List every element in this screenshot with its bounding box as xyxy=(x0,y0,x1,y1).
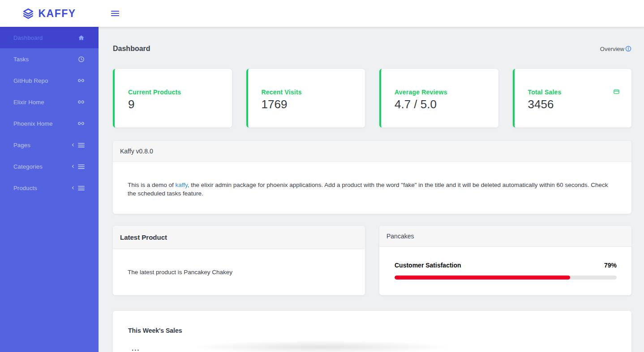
sidebar-item-label: Phoenix Home xyxy=(13,120,53,127)
demo-text-before: This is a demo of xyxy=(128,182,176,188)
kaffy-version-card: Kaffy v0.8.0 This is a demo of kaffy, th… xyxy=(113,141,631,214)
stat-card-recent-visits: Recent Visits 1769 xyxy=(246,69,365,127)
link-icon xyxy=(77,120,85,127)
stat-title: Average Reviews xyxy=(395,89,487,96)
kaffy-link[interactable]: kaffy xyxy=(176,182,188,188)
link-icon xyxy=(77,77,85,84)
chevron-left-icon[interactable] xyxy=(71,185,75,191)
sidebar-item-dashboard[interactable]: Dashboard xyxy=(0,27,99,48)
sidebar-item-label: Tasks xyxy=(13,56,29,63)
stats-row: Current Products 9 Recent Visits 1769 Av… xyxy=(113,69,631,127)
sidebar-item-label: Products xyxy=(13,185,37,191)
sidebar-item-label: Elixir Home xyxy=(13,99,44,106)
layers-icon xyxy=(22,8,34,19)
stat-title: Recent Visits xyxy=(262,89,354,96)
stat-value: 1769 xyxy=(262,98,354,111)
clock-icon xyxy=(78,56,85,63)
list-icon[interactable] xyxy=(78,142,85,148)
chart-clipped-marks: ... xyxy=(132,347,140,350)
sidebar-item-categories[interactable]: Categories xyxy=(0,156,99,177)
list-icon[interactable] xyxy=(78,185,85,191)
stat-title: Total Sales xyxy=(528,89,620,96)
sidebar-item-products[interactable]: Products xyxy=(0,177,99,199)
stat-card-total-sales: Total Sales 3456 xyxy=(513,69,632,127)
latest-product-card: Latest Product The latest product is Pan… xyxy=(113,226,365,295)
sales-card-title: This Week's Sales xyxy=(113,311,631,334)
demo-text-after: , the elixir admin package for phoenix a… xyxy=(128,182,608,197)
stat-card-average-reviews: Average Reviews 4.7 / 5.0 xyxy=(379,69,498,127)
stat-value: 3456 xyxy=(528,98,620,111)
sidebar-item-elixir-home[interactable]: Elixir Home xyxy=(0,91,99,113)
stat-value: 9 xyxy=(128,98,220,111)
stat-value: 4.7 / 5.0 xyxy=(395,98,487,111)
menu-toggle-icon[interactable] xyxy=(111,10,119,17)
sidebar-item-label: Pages xyxy=(13,142,30,148)
card-header: Kaffy v0.8.0 xyxy=(113,141,631,162)
pancakes-card: Pancakes Customer Satisfaction 79% xyxy=(379,226,631,295)
card-header: Pancakes xyxy=(379,226,631,247)
overview-label: Overview xyxy=(600,46,624,52)
sidebar-item-label: Categories xyxy=(13,163,43,170)
list-icon[interactable] xyxy=(78,164,85,170)
sidebar-item-phoenix-home[interactable]: Phoenix Home xyxy=(0,113,99,134)
sidebar-item-pages[interactable]: Pages xyxy=(0,134,99,156)
chart-shadow xyxy=(190,340,452,352)
main-content: Dashboard Overview Current Products 9 Re… xyxy=(99,27,644,352)
sidebar-item-github-repo[interactable]: GitHub Repo xyxy=(0,70,99,91)
credit-card-icon xyxy=(613,89,620,95)
link-icon xyxy=(77,98,85,106)
page-title: Dashboard xyxy=(113,45,150,53)
info-icon[interactable] xyxy=(625,46,631,52)
card-header: Latest Product xyxy=(113,226,365,249)
card-body: This is a demo of kaffy, the elixir admi… xyxy=(113,162,631,214)
stat-title: Current Products xyxy=(128,89,220,96)
latest-product-text: The latest product is Pancakey Chakey xyxy=(113,249,365,293)
sidebar-item-label: Dashboard xyxy=(13,34,43,41)
chevron-left-icon[interactable] xyxy=(71,142,75,148)
card-body: Customer Satisfaction 79% xyxy=(379,247,631,280)
sidebar: Dashboard Tasks GitHub Repo Elixir Home xyxy=(0,27,99,352)
weekly-sales-card: This Week's Sales ... xyxy=(113,311,631,352)
satisfaction-value: 79% xyxy=(604,262,617,269)
progress-fill xyxy=(395,276,570,280)
brand-logo[interactable]: KAFFY xyxy=(0,8,99,20)
chevron-left-icon[interactable] xyxy=(71,164,75,169)
brand-name: KAFFY xyxy=(38,8,76,20)
stat-card-current-products: Current Products 9 xyxy=(113,69,232,127)
top-bar: KAFFY xyxy=(0,0,644,27)
sidebar-item-label: GitHub Repo xyxy=(13,77,48,84)
progress-bar xyxy=(395,276,617,280)
sidebar-item-tasks[interactable]: Tasks xyxy=(0,48,99,70)
satisfaction-label: Customer Satisfaction xyxy=(395,262,461,269)
home-icon xyxy=(78,34,85,41)
overview-link[interactable]: Overview xyxy=(600,46,631,52)
